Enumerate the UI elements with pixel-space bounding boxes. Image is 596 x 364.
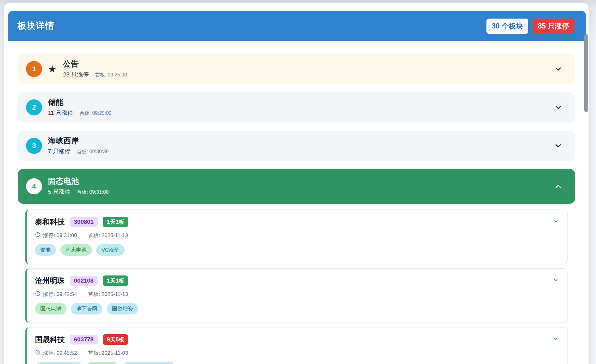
sector-rank-badge: 2	[26, 99, 42, 115]
stock-list: 泰和科技 300801 1天1板 涨停: 09:31:00 首板: 2025-1…	[25, 210, 568, 364]
sector-count-badge: 30 个板块	[486, 19, 528, 34]
sector-list: 1 ★ 公告 23 只涨停 首板: 09:25:00 2 储能 11 只涨停 首…	[18, 54, 575, 364]
page-title: 板块详情	[17, 20, 54, 32]
sector-rank-badge: 3	[26, 138, 42, 154]
concept-tag-row: 储能固态电池VC涨价	[35, 244, 559, 256]
sector-row[interactable]: 1 ★ 公告 23 只涨停 首板: 09:25:00	[18, 54, 575, 84]
sector-limit-up-count: 7 只涨停	[48, 147, 71, 155]
stock-code-badge: 300801	[70, 217, 98, 227]
sector-rank-badge: 4	[26, 178, 42, 194]
sector-detail-panel: 板块详情 30 个板块 85 只涨停 1 ★ 公告 23 只涨停 首板: 09:…	[4, 3, 589, 364]
stock-card[interactable]: 沧州明珠 002108 1天1板 涨停: 09:42:54 首板: 2025-1…	[25, 268, 568, 323]
stock-meta: 涨停: 09:31:00 首板: 2025-11-13	[35, 232, 559, 239]
sector-first-board-time: 首板: 09:25:00	[80, 110, 111, 117]
sector-name: 储能	[48, 98, 111, 107]
sector-limit-up-count: 23 只涨停	[63, 71, 89, 79]
sector-info: 储能 11 只涨停 首板: 09:25:00	[48, 98, 111, 117]
sector-rank-badge: 1	[26, 61, 42, 77]
chevron-down-icon[interactable]	[554, 141, 563, 150]
board-streak-badge: 9天5板	[103, 334, 128, 345]
board-streak-badge: 1天1板	[103, 275, 128, 286]
chevron-down-icon[interactable]	[553, 219, 559, 225]
stock-card[interactable]: 国晟科技 603778 9天5板 涨停: 09:45:52 首板: 2025-1…	[25, 327, 568, 364]
concept-tag[interactable]: 固态电池	[60, 244, 92, 256]
stock-name: 沧州明珠	[35, 276, 65, 286]
stock-name: 国晟科技	[35, 335, 65, 344]
concept-tag[interactable]: 固态电池	[35, 303, 67, 314]
limit-up-time: 涨停: 09:42:54	[35, 291, 77, 298]
sector-meta: 23 只涨停 首板: 09:25:00	[63, 71, 127, 79]
sector-row[interactable]: 4 固态电池 5 只涨停 首板: 09:31:00	[18, 169, 575, 204]
stock-card[interactable]: 泰和科技 300801 1天1板 涨停: 09:31:00 首板: 2025-1…	[25, 210, 568, 264]
clock-icon	[35, 291, 41, 298]
concept-tag[interactable]: 绿色低碳示范工程	[123, 362, 175, 364]
board-streak-badge: 1天1板	[103, 217, 128, 227]
stock-name: 泰和科技	[35, 217, 65, 227]
clock-icon	[35, 349, 41, 357]
stock-meta: 涨停: 09:45:52 首板: 2025-11-03	[35, 349, 559, 357]
sector-info: 公告 23 只涨停 首板: 09:25:00	[63, 59, 127, 79]
first-board-date: 首板: 2025-11-13	[88, 232, 128, 239]
sector-row[interactable]: 3 海峡西岸 7 只涨停 首板: 09:30:39	[18, 131, 575, 161]
chevron-down-icon[interactable]	[553, 336, 559, 343]
sector-name: 固态电池	[48, 177, 109, 186]
limit-up-time: 涨停: 09:45:52	[35, 349, 77, 357]
sector-row[interactable]: 2 储能 11 只涨停 首板: 09:25:00	[18, 92, 575, 123]
sector-meta: 7 只涨停 首板: 09:30:39	[48, 147, 109, 155]
stock-code-badge: 002108	[70, 276, 98, 286]
sector-meta: 11 只涨停 首板: 09:25:00	[48, 109, 111, 117]
first-board-date: 首板: 2025-11-03	[88, 349, 128, 357]
limit-up-count-badge: 85 只涨停	[533, 19, 574, 34]
stock-code-badge: 603778	[70, 335, 98, 344]
star-icon: ★	[48, 64, 57, 74]
clock-icon	[35, 232, 41, 239]
scrollbar-thumb[interactable]	[584, 34, 588, 112]
sector-name: 公告	[63, 59, 127, 68]
stock-title-row: 国晟科技 603778 9天5板	[35, 334, 559, 345]
panel-header: 板块详情 30 个板块 85 只涨停	[8, 11, 586, 41]
concept-tag-row: 钙钛矿中试平台固态电池绿色低碳示范工程	[35, 362, 559, 364]
stock-title-row: 泰和科技 300801 1天1板	[35, 217, 559, 227]
sector-limit-up-count: 11 只涨停	[48, 109, 73, 117]
header-badges: 30 个板块 85 只涨停	[486, 19, 574, 34]
sector-meta: 5 只涨停 首板: 09:31:00	[48, 188, 109, 196]
sector-first-board-time: 首板: 09:30:39	[77, 149, 109, 155]
chevron-down-icon[interactable]	[553, 277, 559, 284]
chevron-down-icon[interactable]	[554, 65, 563, 73]
sector-name: 海峡西岸	[48, 136, 109, 145]
limit-up-time: 涨停: 09:31:00	[35, 232, 77, 239]
sector-first-board-time: 首板: 09:25:00	[95, 72, 127, 78]
stock-meta: 涨停: 09:42:54 首板: 2025-11-13	[35, 291, 559, 298]
stock-title-row: 沧州明珠 002108 1天1板	[35, 275, 559, 286]
concept-tag[interactable]: VC涨价	[96, 244, 125, 256]
concept-tag-row: 固态电池地下管网国资增资	[35, 303, 559, 314]
concept-tag[interactable]: 地下管网	[71, 303, 102, 314]
first-board-date: 首板: 2025-11-13	[88, 291, 128, 298]
concept-tag[interactable]: 固态电池	[87, 362, 118, 364]
concept-tag[interactable]: 储能	[35, 244, 56, 256]
concept-tag[interactable]: 钙钛矿中试平台	[35, 362, 82, 364]
sector-info: 固态电池 5 只涨停 首板: 09:31:00	[48, 177, 109, 196]
sector-first-board-time: 首板: 09:31:00	[77, 189, 109, 196]
sector-info: 海峡西岸 7 只涨停 首板: 09:30:39	[48, 136, 109, 155]
chevron-down-icon[interactable]	[554, 103, 563, 112]
chevron-up-icon[interactable]	[554, 182, 563, 191]
sector-limit-up-count: 5 只涨停	[48, 188, 71, 196]
concept-tag[interactable]: 国资增资	[107, 303, 138, 314]
